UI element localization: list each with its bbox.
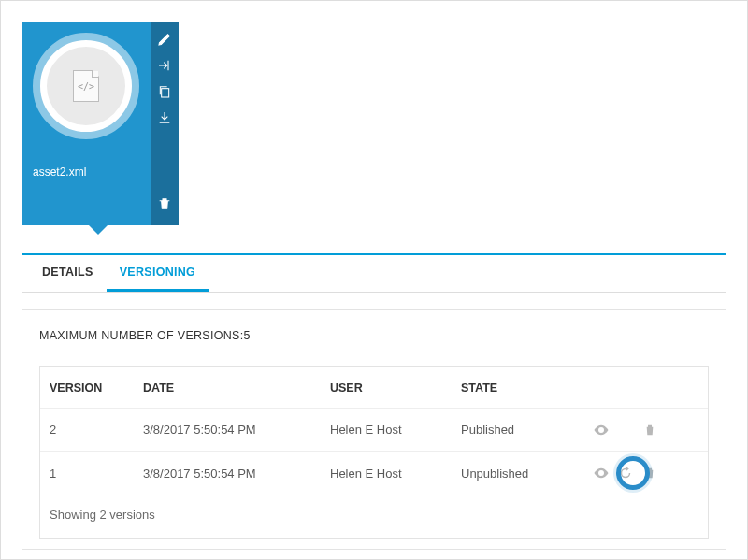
restore-icon <box>617 465 634 481</box>
delete-version-button[interactable] <box>640 421 659 439</box>
arrow-into-box-icon <box>157 58 172 73</box>
cell-state: Published <box>461 423 583 437</box>
app-frame: </> asset2.xml <box>0 0 748 560</box>
asset-thumbnail: </> <box>33 33 139 139</box>
card-pointer <box>89 225 108 235</box>
eye-icon <box>593 465 610 481</box>
delete-version-button[interactable] <box>640 464 659 482</box>
cell-version: 2 <box>50 423 143 437</box>
cell-version: 1 <box>50 467 143 481</box>
asset-filename: asset2.xml <box>22 165 86 179</box>
max-versions-value: 5 <box>244 329 251 342</box>
trash-icon <box>642 466 657 481</box>
edit-button[interactable] <box>154 27 175 51</box>
trash-icon <box>642 423 657 438</box>
xml-file-icon: </> <box>73 70 99 102</box>
download-button[interactable] <box>154 106 175 130</box>
delete-button[interactable] <box>154 192 175 216</box>
eye-icon <box>593 422 610 438</box>
cell-actions <box>583 464 698 482</box>
cell-date: 3/8/2017 5:50:54 PM <box>143 423 330 437</box>
svg-rect-0 <box>162 89 169 97</box>
view-version-button[interactable] <box>592 464 611 482</box>
max-versions-heading: MAXIMUM NUMBER OF VERSIONS:5 <box>39 329 709 342</box>
cell-user: Helen E Host <box>330 467 461 481</box>
versioning-panel: MAXIMUM NUMBER OF VERSIONS:5 VERSION DAT… <box>22 309 726 550</box>
versions-table: VERSION DATE USER STATE 2 3/8/2017 5:50:… <box>39 366 709 539</box>
cell-actions <box>583 421 698 439</box>
table-header-row: VERSION DATE USER STATE <box>40 367 708 409</box>
tabs-bar: DETAILS VERSIONING <box>22 253 726 293</box>
asset-card[interactable]: </> asset2.xml <box>22 22 179 225</box>
asset-toolbar <box>151 22 179 225</box>
move-button[interactable] <box>154 53 175 78</box>
cell-user: Helen E Host <box>330 423 461 437</box>
restore-version-button[interactable] <box>616 464 635 482</box>
col-header-user: USER <box>330 381 461 395</box>
view-version-button[interactable] <box>592 421 611 439</box>
asset-card-main: </> asset2.xml <box>22 22 151 225</box>
max-versions-label: MAXIMUM NUMBER OF VERSIONS: <box>39 329 244 342</box>
file-glyph: </> <box>78 81 94 92</box>
trash-icon <box>157 196 172 211</box>
table-footer: Showing 2 versions <box>40 495 708 538</box>
col-header-state: STATE <box>461 381 583 395</box>
download-icon <box>157 110 172 125</box>
cell-date: 3/8/2017 5:50:54 PM <box>143 467 330 481</box>
table-row: 2 3/8/2017 5:50:54 PM Helen E Host Publi… <box>40 409 708 452</box>
copy-button[interactable] <box>154 79 175 104</box>
cell-state: Unpublished <box>461 467 583 481</box>
table-row: 1 3/8/2017 5:50:54 PM Helen E Host Unpub… <box>40 452 708 495</box>
asset-thumbnail-inner: </> <box>45 45 127 127</box>
col-header-date: DATE <box>143 381 330 395</box>
copy-icon <box>157 84 172 99</box>
pencil-icon <box>157 32 172 47</box>
tab-versioning[interactable]: VERSIONING <box>107 255 209 292</box>
col-header-version: VERSION <box>50 381 143 395</box>
tab-details[interactable]: DETAILS <box>29 255 107 292</box>
